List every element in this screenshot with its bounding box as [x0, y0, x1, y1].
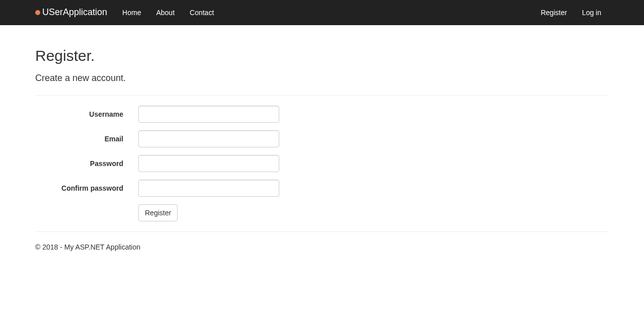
nav-contact-link[interactable]: Contact: [182, 0, 221, 25]
page-subtitle: Create a new account.: [35, 72, 609, 85]
email-input[interactable]: [138, 130, 279, 147]
register-form: Username Email Password Confirm password: [35, 106, 609, 221]
register-button[interactable]: Register: [138, 204, 178, 221]
nav-about-link[interactable]: About: [148, 0, 182, 25]
footer: © 2018 - My ASP.NET Application: [35, 242, 609, 252]
nav-register-link[interactable]: Register: [533, 0, 575, 25]
username-input[interactable]: [138, 106, 279, 123]
divider-bottom: [35, 231, 609, 232]
confirm-password-label: Confirm password: [35, 180, 131, 197]
brand-text: USerApplication: [42, 6, 107, 19]
divider: [35, 95, 609, 96]
confirm-password-input[interactable]: [138, 180, 279, 197]
page-title: Register.: [35, 45, 609, 67]
footer-text: © 2018 - My ASP.NET Application: [35, 242, 609, 252]
password-input[interactable]: [138, 155, 279, 172]
brand-dot-icon: [35, 10, 40, 15]
email-label: Email: [35, 130, 131, 147]
navbar: USerApplication Home About Contact Regis…: [0, 0, 644, 25]
nav-login-link[interactable]: Log in: [575, 0, 609, 25]
nav-home-link[interactable]: Home: [115, 0, 148, 25]
brand-link[interactable]: USerApplication: [35, 0, 115, 27]
username-label: Username: [35, 106, 131, 123]
password-label: Password: [35, 155, 131, 172]
